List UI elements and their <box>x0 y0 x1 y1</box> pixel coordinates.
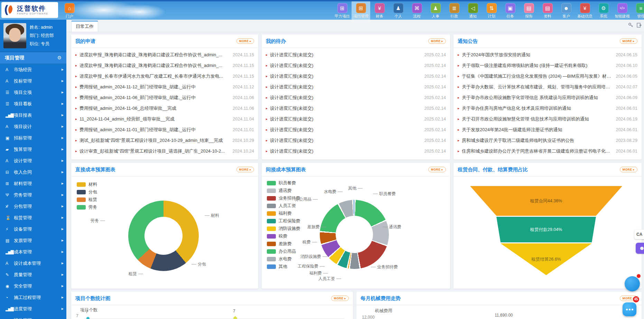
chat-bubble-button[interactable] <box>623 302 636 316</box>
list-item[interactable]: ▸进度款申报_珠海鹤港口建设_珠海鹤港口建设工程合作协议书_admin_...2… <box>71 60 258 71</box>
sidebar-item[interactable]: ✎质量管理▶ <box>0 269 66 280</box>
sidebar-item[interactable]: ⊞材料管理▶ <box>0 178 66 189</box>
funnel-segment[interactable]: 租赁结算26.6% <box>470 243 622 275</box>
legend-item[interactable]: 人员工资 <box>267 202 300 210</box>
list-item[interactable]: ▸关于举办住房与房地产信息化 技术及应用培训班的通知2024.06.01 <box>454 103 642 114</box>
list-item[interactable]: ▸费用报销_admin_2024-11-06_总经理审批__完成2024.11.… <box>71 103 258 114</box>
sidebar-item[interactable]: A市场经营▶ <box>0 64 66 75</box>
funnel-segment[interactable]: 租赁付款29.04% <box>470 217 622 242</box>
sidebar-item[interactable]: ▰预算管理▶ <box>0 144 66 155</box>
list-item[interactable]: ▸设计进度汇报(未提交)2025.02.14 <box>262 49 450 60</box>
sidebar-item[interactable]: A设计成本管理▶ <box>0 258 66 269</box>
ca-badge[interactable]: CA <box>634 230 644 239</box>
sidebar-item[interactable]: ▂▅▇进度管理▶ <box>0 303 66 315</box>
legend-item[interactable]: 消防设施费 <box>267 225 300 232</box>
more-button[interactable]: MORE ▸ <box>620 167 637 172</box>
legend-item[interactable]: 工程保险费 <box>267 217 300 225</box>
list-item[interactable]: ▸住房和城乡建设部办公厅关于同意吉林省开展二级建造师注册证书电子化试点...20… <box>454 146 642 156</box>
list-item[interactable]: ▸设计进度汇报(未提交)2025.02.14 <box>262 114 450 124</box>
list-item[interactable]: ▸设计进度汇报(未提交)2025.02.14 <box>262 146 450 156</box>
more-button[interactable]: MORE ▸ <box>620 38 637 44</box>
sidebar-item[interactable]: ◔施工过程管理▶ <box>0 292 66 303</box>
list-item[interactable]: ▸设计进度汇报(未提交)2025.02.14 <box>262 81 450 92</box>
list-item[interactable]: ▸进度款申报_长春市伊通河水力发电厂改建工程_长春市伊通河水力发电...2024… <box>71 71 258 81</box>
list-item[interactable]: ▸关于举办大数据、云计算技术在城市建设、规划、管理与服务中的应用培训班...20… <box>454 81 642 92</box>
sidebar-item[interactable]: ▂▅▇成本管理▶ <box>0 246 66 258</box>
contact-button[interactable] <box>625 276 640 291</box>
list-item[interactable]: ▸关于召开市政公用设施智慧化管理 信息技术与应用培训班的通知2024.06.19 <box>454 114 642 124</box>
sidebar-item[interactable]: ▣招标管理▶ <box>0 132 66 144</box>
legend-item[interactable]: 租赁 <box>77 196 97 203</box>
list-item[interactable]: ▸费用报销_admin_2024-11-12_部门经理审批_胡建,_运行中202… <box>71 81 258 92</box>
more-button[interactable]: MORE ▸ <box>236 167 254 172</box>
nav-item[interactable]: ⊞甲方项目 <box>333 0 352 20</box>
sidebar-item[interactable]: ⚡设备管理▶ <box>0 223 66 235</box>
sidebar-item[interactable]: ☰项目立项▶ <box>0 87 66 98</box>
nav-item[interactable]: ◁通知 <box>464 0 482 20</box>
gear-icon[interactable]: ⚙ <box>57 52 62 64</box>
nav-item[interactable]: ⊞项目管理 <box>352 0 370 20</box>
list-item[interactable]: ▸关于发放2024年第24批一级建造师注册证书的通知2024.06.01 <box>454 124 642 135</box>
export-icon[interactable] <box>636 22 642 28</box>
list-item[interactable]: ▸设计进度汇报(未提交)2025.02.14 <box>262 92 450 103</box>
sidebar-item[interactable]: ◉安全管理▶ <box>0 280 66 292</box>
emoji-button[interactable]: ☻ <box>636 243 644 254</box>
nav-item[interactable]: ⌘流程 <box>408 0 426 20</box>
list-item[interactable]: ▸11_2024-11-04_admin_经营部_领导审批__完成2024.11… <box>71 114 258 124</box>
list-item[interactable]: ▸关于领取一级注册建造师增项贴的通知 (须持一建证书前来领取)2024.06.1… <box>454 60 642 71</box>
indirect-cost-donut-chart[interactable]: 职员餐费通讯费业务招待费人员工资福利费工程保险费消防设施费税费差旅费办公用品水电… <box>262 176 450 289</box>
sidebar-section-project-management[interactable]: 项目管理 ⚙ <box>0 52 66 64</box>
sidebar-item[interactable]: ⊟收入合同▶ <box>0 166 66 178</box>
list-item[interactable]: ▸费用报销_admin_2024-11-01_部门经理审批_胡建,_运行中202… <box>71 124 258 135</box>
nav-item[interactable]: ▣任务 <box>501 0 520 20</box>
sidebar-item[interactable]: A项目设计▶ <box>0 121 66 132</box>
legend-item[interactable]: 税费 <box>267 232 300 240</box>
key-icon[interactable] <box>628 22 634 28</box>
list-item[interactable]: ▸于征集《中国建筑施工行业信息化发展报告 (2024) —BIM应用与发展》材料… <box>454 71 642 81</box>
list-item[interactable]: ▸设计进度汇报(未提交)2025.02.14 <box>262 71 450 81</box>
list-item[interactable]: ▸关于举办市政公用设施数字化管理信息 系统建设与应用培训班的通知2024.06.… <box>454 92 642 103</box>
list-item[interactable]: ▸设计进度汇报(未提交)2025.02.14 <box>262 103 450 114</box>
sidebar-item[interactable]: ▤发票管理▶ <box>0 235 66 246</box>
legend-item[interactable]: 通讯费 <box>267 187 300 194</box>
more-button[interactable]: MORE ▸ <box>236 38 254 44</box>
nav-item[interactable]: ☻客户 <box>557 0 576 20</box>
legend-item[interactable]: 差旅费 <box>267 240 300 248</box>
list-item[interactable]: ▸设计审查_彭祖新城"四馆"景观工程设计项目_请选择_胡广生_2024-10-2… <box>71 146 258 156</box>
nav-item[interactable]: ≣行政 <box>445 0 464 20</box>
list-item[interactable]: ▸房和城乡建设厅关于取消二级建造师临时执业证书的公告2023.08.29 <box>454 135 642 146</box>
more-button[interactable]: MORE ▸ <box>428 167 446 172</box>
nav-item[interactable]: ≡管理 <box>632 0 644 20</box>
sidebar-item[interactable]: Ψ劳务管理▶ <box>0 189 66 201</box>
legend-item[interactable]: 劳务 <box>77 203 97 211</box>
nav-item-portal[interactable]: ⌂ 门户 <box>60 0 79 20</box>
legend-item[interactable]: 分包 <box>77 188 97 196</box>
legend-item[interactable]: 水电费 <box>267 255 300 263</box>
nav-item[interactable]: ⚙系统 <box>594 0 613 20</box>
rental-funnel-chart[interactable]: 租赁合同44.36%租赁付款29.04%租赁结算26.6% <box>454 176 642 289</box>
list-item[interactable]: ▸进度款申报_珠海鹤港口建设_珠海鹤港口建设工程合作协议书_admin_...2… <box>71 49 258 60</box>
nav-item[interactable]: ♟人事 <box>426 0 445 20</box>
list-item[interactable]: ▸费用报销_admin_2024-11-06_部门经理审批_胡建,_运行中202… <box>71 92 258 103</box>
legend-item[interactable]: 办公用品 <box>267 248 300 255</box>
sidebar-item[interactable]: ☰项目看板▶ <box>0 98 66 109</box>
list-item[interactable]: ▸设计进度汇报(未提交)2025.02.14 <box>262 124 450 135</box>
list-item[interactable]: ▸关于2024年国庆节放假安排的通知2024.06.15 <box>454 49 642 60</box>
legend-item[interactable]: 职员餐费 <box>267 179 300 187</box>
machine-cost-chart[interactable]: 机械费用 12,000 11,690.00 <box>356 305 642 319</box>
more-button[interactable]: MORE ▸ <box>331 296 349 301</box>
legend-item[interactable]: 材料 <box>77 181 97 188</box>
data-point[interactable] <box>86 317 90 319</box>
list-item[interactable]: ▸设计进度汇报(未提交)2025.02.14 <box>262 60 450 71</box>
direct-cost-donut-chart[interactable]: 材料分包租赁劳务 材料分包租赁劳务 <box>71 176 258 289</box>
more-button[interactable]: MORE ▸ <box>428 38 446 44</box>
nav-item[interactable]: ▤资料 <box>538 0 557 20</box>
list-item[interactable]: ▸设计进度汇报(未提交)2025.02.14 <box>262 135 450 146</box>
legend-item[interactable]: 福利费 <box>267 210 300 217</box>
sidebar-item[interactable]: ▮证件管理▶ <box>0 315 66 319</box>
sidebar-item[interactable]: x²分包管理▶ <box>0 201 66 212</box>
nav-item[interactable]: </>智能建模 <box>613 0 632 20</box>
project-count-chart[interactable]: 项目个数 7 7 7 <box>71 305 353 319</box>
sidebar-item[interactable]: ⌛租赁管理▶ <box>0 212 66 223</box>
legend-item[interactable]: 其他 <box>267 263 300 270</box>
